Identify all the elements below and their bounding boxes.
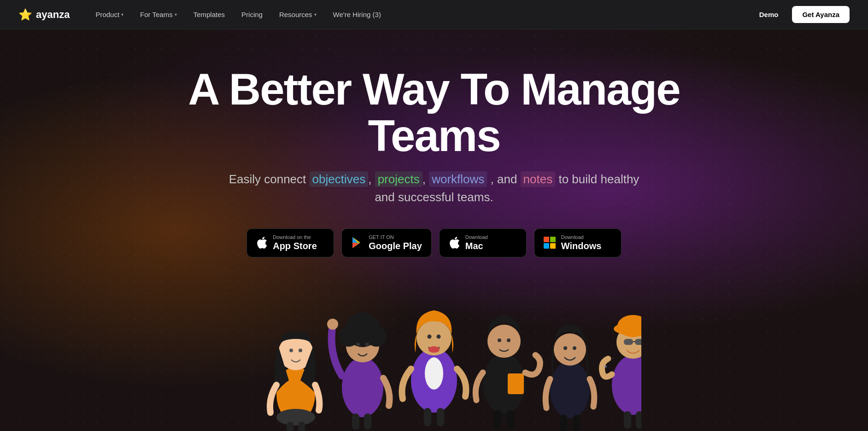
svg-point-39 [550, 361, 590, 418]
hero-section: A Better Way To Manage Teams Easily conn… [0, 29, 868, 431]
svg-rect-50 [635, 339, 641, 345]
svg-point-29 [428, 346, 440, 353]
google-play-icon [351, 237, 363, 249]
svg-rect-11 [298, 422, 305, 431]
app-store-button[interactable]: Download on the App Store [246, 228, 334, 257]
svg-point-36 [507, 338, 510, 342]
demo-link[interactable]: Demo [751, 7, 787, 22]
svg-rect-37 [494, 410, 501, 429]
download-mac-text: Download Mac [465, 234, 488, 251]
svg-point-41 [563, 346, 567, 350]
navbar: ⭐ ayanza Product ▾ For Teams ▾ Templates… [0, 0, 868, 29]
svg-rect-23 [364, 414, 371, 430]
download-buttons: Download on the App Store GET IT ON [246, 228, 622, 257]
svg-point-18 [362, 320, 379, 337]
download-windows-text: Download Windows [561, 234, 602, 251]
svg-point-17 [346, 320, 363, 337]
google-play-button[interactable]: GET IT ON Google Play [341, 228, 432, 257]
download-windows-button[interactable]: Download Windows [534, 228, 622, 257]
svg-point-19 [356, 343, 360, 346]
chevron-down-icon: ▾ [121, 12, 123, 17]
svg-rect-43 [560, 415, 567, 431]
hero-content: A Better Way To Manage Teams Easily conn… [0, 29, 868, 257]
svg-marker-2 [352, 243, 358, 248]
svg-point-21 [327, 319, 338, 330]
nav-item-resources[interactable]: Resources ▾ [272, 7, 324, 22]
nav-right: Demo Get Ayanza [751, 6, 850, 23]
svg-point-20 [365, 343, 369, 346]
app-store-text: Download on the App Store [273, 234, 317, 251]
svg-point-45 [612, 355, 641, 415]
svg-point-42 [573, 346, 576, 350]
svg-rect-30 [424, 408, 431, 426]
get-ayanza-button[interactable]: Get Ayanza [792, 6, 850, 23]
svg-rect-10 [287, 422, 293, 431]
subtitle-notes: notes [521, 171, 556, 187]
nav-item-for-teams[interactable]: For Teams ▾ [133, 7, 184, 22]
svg-point-35 [498, 338, 501, 342]
svg-point-8 [299, 349, 302, 352]
apple-mac-icon [449, 236, 460, 249]
chevron-down-icon: ▾ [175, 12, 177, 17]
nav-item-product[interactable]: Product ▾ [88, 7, 131, 22]
logo[interactable]: ⭐ ayanza [18, 8, 70, 21]
subtitle-projects: projects [375, 171, 422, 187]
svg-rect-22 [352, 414, 359, 430]
svg-rect-44 [573, 415, 580, 431]
svg-rect-49 [624, 339, 633, 345]
svg-point-25 [425, 357, 443, 390]
nav-links: Product ▾ For Teams ▾ Templates Pricing … [88, 7, 751, 22]
apple-icon [256, 236, 267, 249]
chevron-down-icon: ▾ [314, 12, 317, 17]
svg-point-27 [428, 335, 432, 339]
svg-point-7 [289, 349, 293, 352]
hero-illustration [227, 284, 641, 431]
google-play-text: GET IT ON Google Play [369, 234, 422, 251]
hero-title: A Better Way To Manage Teams [111, 66, 757, 159]
svg-rect-38 [507, 410, 514, 429]
svg-point-9 [276, 409, 315, 425]
svg-point-12 [342, 357, 383, 417]
download-mac-button[interactable]: Download Mac [439, 228, 527, 257]
svg-marker-1 [352, 237, 358, 243]
nav-item-pricing[interactable]: Pricing [234, 7, 270, 22]
svg-rect-31 [437, 408, 444, 426]
hero-subtitle: Easily connect objectives, projects, wor… [204, 170, 664, 206]
windows-icon [544, 237, 556, 249]
svg-rect-53 [636, 411, 641, 429]
nav-item-hiring[interactable]: We're Hiring (3) [326, 7, 388, 22]
svg-rect-33 [508, 373, 524, 394]
nav-item-templates[interactable]: Templates [186, 7, 232, 22]
subtitle-prefix: Easily connect [229, 172, 306, 186]
svg-rect-52 [624, 411, 631, 429]
svg-point-28 [437, 335, 441, 339]
logo-icon: ⭐ [18, 8, 32, 21]
svg-point-34 [487, 325, 521, 358]
logo-text: ayanza [36, 9, 70, 21]
subtitle-workflows: workflows [429, 171, 487, 187]
svg-point-40 [554, 333, 586, 366]
subtitle-objectives: objectives [310, 171, 369, 187]
